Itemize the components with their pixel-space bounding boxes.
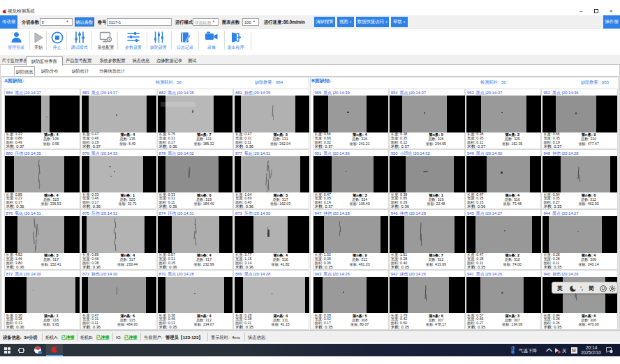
svg-text:M: M bbox=[572, 348, 575, 353]
